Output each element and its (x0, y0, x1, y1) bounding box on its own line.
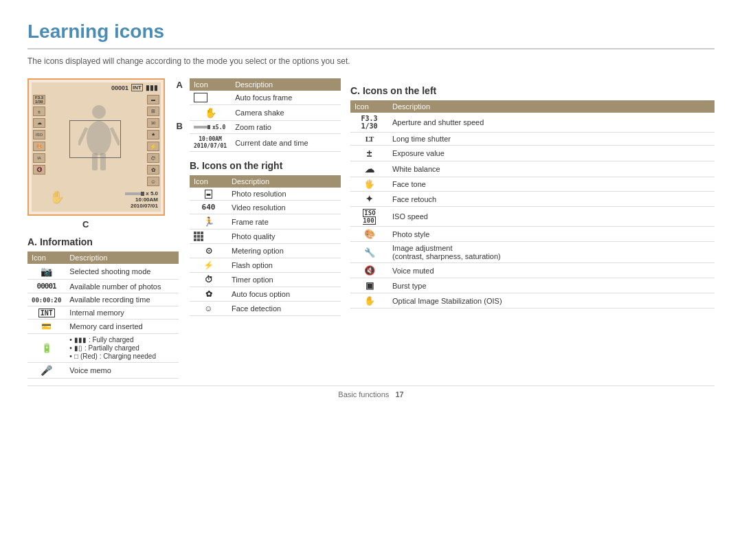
desc-cell: Video resolution (227, 201, 341, 214)
desc-cell: Face tone (388, 177, 715, 192)
table-row: 🔇 Voice muted (350, 263, 715, 278)
cam-left-icons: F3.31/30 ± ☁ ISO 🎨 IA 🔇 (33, 95, 45, 175)
icon-cell: 00001 (27, 280, 65, 293)
desc-cell: ISO speed (388, 207, 715, 227)
section-b-title: B. Icons on the right (190, 160, 341, 171)
table-row: 🔋 •▮▮▮: Fully charged •▮▯ : Partially ch… (27, 334, 179, 363)
battery-low: •□(Red) : Charging needed (69, 352, 175, 360)
icon-cell: x5.0 (190, 121, 231, 134)
table-row: 00:00:20 Available recording time (27, 293, 179, 306)
icon-cell: 🔇 (350, 263, 388, 278)
table-row: 🔧 Image adjustment(contrast, sharpness, … (350, 242, 715, 263)
focus-frame-icon (194, 93, 207, 102)
col-b: Icon Description Auto focus frame ✋ (190, 78, 341, 379)
table-row: ISO100 ISO speed (350, 207, 715, 227)
icon-cell: ☁ (350, 161, 388, 177)
battery-full: •▮▮▮: Fully charged (69, 336, 175, 344)
desc-cell: Available recording time (65, 293, 179, 306)
zoom-icon: x5.0 (194, 124, 227, 131)
top-header-icon: Icon (190, 78, 231, 91)
camera-inner: 00001 INT ▮▮▮ F3.31/30 ± ☁ ISO 🎨 IA (32, 82, 161, 212)
cam-icon-ps: 🎨 (33, 142, 45, 151)
main-content: A B 00001 INT ▮▮▮ F3.31/30 ± ☁ (27, 78, 715, 379)
section-a-body: 📷 Selected shooting mode 00001 Available… (27, 264, 179, 379)
desc-cell: Auto focus frame (231, 91, 341, 105)
desc-cell: Selected shooting mode (65, 264, 179, 280)
section-c-header-icon: Icon (350, 100, 388, 113)
icon-cell: ▬ (190, 188, 227, 201)
icon-cell: ☺ (190, 302, 227, 316)
desc-cell: Exposure value (388, 146, 715, 161)
col-c: C. Icons on the left Icon Description F3… (350, 78, 715, 379)
desc-cell: Frame rate (227, 214, 341, 229)
section-c-table: Icon Description F3.31/30 Aperture and s… (350, 100, 715, 309)
icon-cell: 00:00:20 (27, 293, 65, 306)
table-row: 🎨 Photo style (350, 227, 715, 242)
table-row: INT Internal memory (27, 306, 179, 320)
icon-cell: 🖐 (350, 177, 388, 192)
table-row: 🏃 Frame rate (190, 214, 341, 229)
footer-text: Basic functions (338, 390, 389, 399)
page-title: Learning icons (27, 21, 715, 49)
section-c-title: C. Icons on the left (350, 85, 715, 96)
battery-desc: •▮▮▮: Fully charged •▮▯ : Partially char… (69, 336, 175, 360)
camera-box: A B 00001 INT ▮▮▮ F3.31/30 ± ☁ (27, 78, 165, 216)
camera-shake-icon: ✋ (205, 107, 216, 118)
table-row: Auto focus frame (190, 91, 341, 105)
internal-memory-icon: INT (38, 309, 55, 317)
icon-cell: ✿ (190, 287, 227, 302)
desc-cell: Voice muted (388, 263, 715, 278)
white-balance-icon: ☁ (365, 164, 374, 175)
icon-cell: 10:00AM2010/07/01 (190, 134, 231, 152)
cam-date: 2010/07/01 (125, 203, 158, 209)
label-b: B (177, 121, 183, 131)
table-row: 🖐 Face tone (350, 177, 715, 192)
icon-cell: 🏃 (190, 214, 227, 229)
section-b-header-desc: Description (227, 175, 341, 188)
table-row: x5.0 Zoom ratio (190, 121, 341, 134)
cam-memory-icon: INT (131, 84, 143, 91)
table-row: 📷 Selected shooting mode (27, 264, 179, 280)
section-b-table: Icon Description ▬ Photo resolution 640 … (190, 175, 341, 316)
table-row: ⚡ Flash option (190, 258, 341, 273)
video-res-icon: 640 (202, 203, 216, 212)
icon-cell (190, 229, 227, 244)
icon-cell: ⚡ (190, 258, 227, 273)
desc-cell: Memory card inserted (65, 320, 179, 334)
table-row: ✋ Optical Image Stabilization (OIS) (350, 293, 715, 309)
top-icon-table: Icon Description Auto focus frame ✋ (190, 78, 341, 152)
icon-cell: ⊙ (190, 244, 227, 258)
section-c-header-desc: Description (388, 100, 715, 113)
photo-style-icon: 🎨 (364, 229, 375, 239)
desc-cell: Available number of photos (65, 280, 179, 293)
desc-cell: Image adjustment(contrast, sharpness, sa… (388, 242, 715, 263)
icon-cell: ✦ (350, 192, 388, 207)
icon-cell: ✋ (190, 105, 231, 121)
iso-icon: ISO100 (363, 209, 375, 225)
cam-icon-vm: 🔇 (33, 165, 45, 175)
cam-battery-icon: ▮▮▮ (146, 84, 158, 91)
right-columns: Icon Description Auto focus frame ✋ (190, 78, 715, 379)
image-adj-icon: 🔧 (364, 247, 375, 258)
desc-cell: Photo style (388, 227, 715, 242)
desc-cell: Zoom ratio (231, 121, 341, 134)
icon-cell: ISO100 (350, 207, 388, 227)
desc-cell: Face retouch (388, 192, 715, 207)
table-row: 640 Video resolution (190, 201, 341, 214)
desc-cell: Photo resolution (227, 188, 341, 201)
icon-cell: 🎨 (350, 227, 388, 242)
cam-icon-ia: IA (33, 153, 45, 163)
face-detect-icon: ☺ (204, 304, 212, 313)
aperture-icon: F3.31/30 (355, 115, 384, 130)
desc-cell: Voice memo (65, 363, 179, 379)
table-row: ⊙ Metering option (190, 244, 341, 258)
cam-bottom-info: x 5.0 10:00AM 2010/07/01 (125, 190, 158, 209)
desc-cell: Photo quality (227, 229, 341, 244)
section-c-body: F3.31/30 Aperture and shutter speed LT L… (350, 113, 715, 309)
svg-point-0 (92, 105, 106, 119)
desc-cell: Long time shutter (388, 133, 715, 146)
section-a-header-icon: Icon (27, 251, 65, 264)
desc-cell: Internal memory (65, 306, 179, 320)
table-row: ✦ Face retouch (350, 192, 715, 207)
desc-cell: Optical Image Stabilization (OIS) (388, 293, 715, 309)
